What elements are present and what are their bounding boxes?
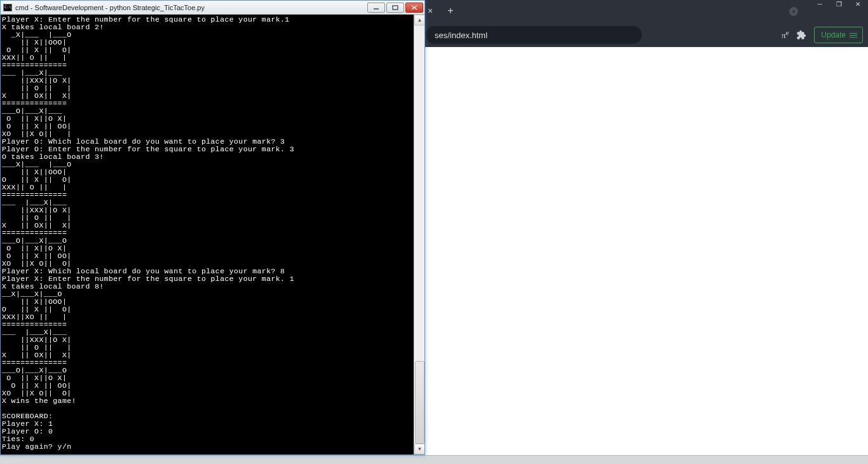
update-button[interactable]: Update (814, 27, 863, 43)
menu-icon (850, 33, 857, 38)
cmd-window-controls (367, 3, 423, 13)
extension-pi-icon[interactable]: πe (782, 29, 789, 41)
cmd-close-button[interactable] (405, 3, 423, 13)
bg-maximize-button[interactable]: ❐ (831, 0, 847, 8)
cmd-title: cmd - SoftwareDevelopment - python Strat… (15, 4, 367, 11)
cmd-minimize-button[interactable] (367, 3, 385, 13)
tab-close-icon[interactable]: × (426, 6, 435, 15)
scrollbar-track[interactable] (414, 25, 425, 444)
update-label: Update (821, 31, 846, 39)
extensions-icon[interactable] (796, 30, 806, 40)
scrollbar-thumb[interactable] (415, 361, 424, 444)
os-taskbar[interactable] (0, 455, 868, 464)
new-tab-button[interactable]: + (445, 5, 456, 17)
cmd-scrollbar: ▲ ▼ (414, 15, 424, 454)
scroll-down-button[interactable]: ▼ (414, 444, 425, 454)
cmd-icon (3, 4, 12, 11)
profile-indicator-icon[interactable]: ● (789, 7, 798, 16)
toolbar-right: πe Update (782, 27, 863, 43)
bg-minimize-button[interactable]: ─ (811, 0, 828, 8)
cmd-maximize-button[interactable] (386, 3, 404, 13)
bg-window-controls: ─ ❐ ✕ (811, 0, 868, 9)
bg-close-button[interactable]: ✕ (850, 0, 866, 8)
scroll-up-button[interactable]: ▲ (414, 15, 425, 25)
terminal-output[interactable]: Player X: Enter the number for the squar… (1, 15, 424, 454)
address-bar[interactable]: ses/index.html (426, 26, 642, 44)
svg-rect-1 (393, 6, 398, 10)
cmd-window: cmd - SoftwareDevelopment - python Strat… (0, 0, 425, 455)
cmd-titlebar[interactable]: cmd - SoftwareDevelopment - python Strat… (1, 1, 424, 15)
browser-tabstrip: × + (426, 1, 456, 20)
